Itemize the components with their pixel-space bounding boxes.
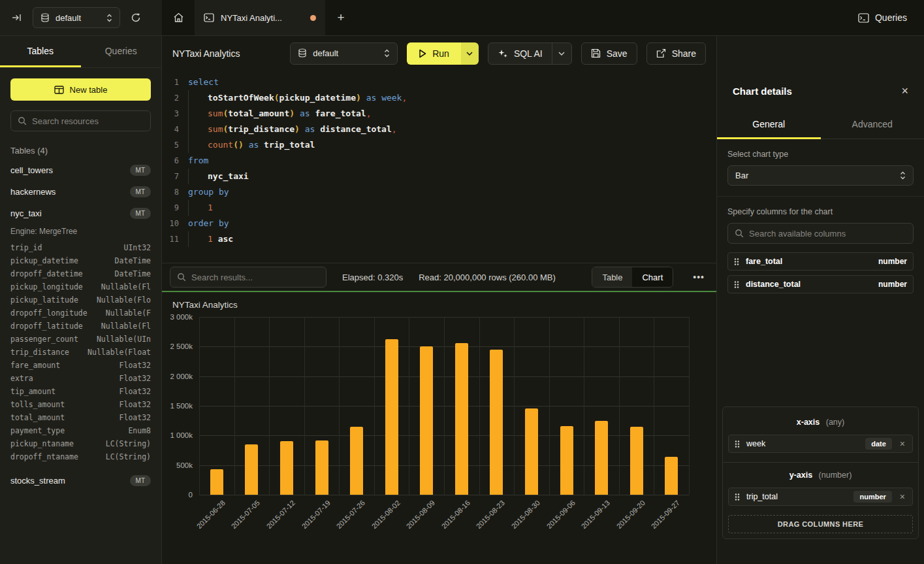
bar-2015-07-26[interactable] bbox=[350, 427, 363, 495]
save-button[interactable]: Save bbox=[581, 42, 637, 65]
column-type: Float32 bbox=[119, 374, 151, 383]
columns-search-input[interactable] bbox=[749, 229, 906, 239]
bar-2015-09-13[interactable] bbox=[595, 421, 608, 495]
available-column-fare_total[interactable]: fare_totalnumber bbox=[727, 252, 914, 271]
column-name: dropoff_datetime bbox=[10, 269, 83, 278]
gridline bbox=[584, 317, 584, 495]
bar-2015-08-02[interactable] bbox=[385, 339, 398, 495]
code-text: nyc_taxi bbox=[179, 169, 249, 184]
results-search bbox=[170, 267, 327, 288]
table-item-cell_towers[interactable]: cell_towersMT bbox=[10, 159, 151, 181]
share-icon bbox=[656, 48, 666, 58]
chart-title: NYTaxi Analytics bbox=[172, 300, 238, 310]
columns-list: trip_idUInt32pickup_datetimeDateTimedrop… bbox=[10, 241, 151, 463]
column-name: total_amount bbox=[10, 413, 65, 422]
column-name: pickup_ntaname bbox=[10, 439, 74, 448]
bar-2015-08-30[interactable] bbox=[525, 408, 538, 495]
sql-ai-dropdown-button[interactable] bbox=[552, 43, 571, 64]
drag-handle-icon[interactable] bbox=[735, 440, 740, 448]
column-row: pickup_datetimeDateTime bbox=[10, 254, 151, 267]
engine-badge: MT bbox=[130, 186, 151, 197]
remove-x-axis-column-icon[interactable]: × bbox=[899, 439, 906, 448]
bar-2015-07-05[interactable] bbox=[245, 444, 258, 495]
bar-2015-09-27[interactable] bbox=[665, 457, 678, 495]
y-axis-header: y-axis (number) bbox=[728, 465, 913, 488]
view-toggle-chart[interactable]: Chart bbox=[632, 267, 673, 287]
sidebar-tab-queries[interactable]: Queries bbox=[81, 36, 162, 67]
column-row: pickup_ntanameLC(String) bbox=[10, 437, 151, 450]
new-table-button[interactable]: New table bbox=[10, 78, 151, 101]
bar-2015-06-28[interactable] bbox=[210, 469, 223, 495]
refresh-button[interactable] bbox=[128, 10, 144, 25]
available-column-distance_total[interactable]: distance_totalnumber bbox=[727, 275, 914, 293]
column-name: dropoff_latitude bbox=[10, 322, 83, 331]
column-row: dropoff_ntanameLC(String) bbox=[10, 450, 151, 463]
bar-2015-08-16[interactable] bbox=[455, 343, 468, 495]
column-name: pickup_latitude bbox=[10, 295, 78, 305]
y-axis-column-chip[interactable]: trip_total number × bbox=[728, 488, 913, 506]
column-row: total_amountFloat32 bbox=[10, 411, 151, 424]
table-item-hackernews[interactable]: hackernewsMT bbox=[10, 181, 151, 203]
run-dropdown-button[interactable] bbox=[461, 42, 479, 65]
chart-details-panel: Chart details × General Advanced Select … bbox=[716, 36, 924, 564]
table-item-nyc_taxi[interactable]: nyc_taxiMT bbox=[10, 203, 151, 224]
sql-editor[interactable]: 1select2toStartOfWeek(pickup_datetime) a… bbox=[162, 71, 716, 263]
column-type: LC(String) bbox=[106, 452, 151, 461]
run-button[interactable]: Run bbox=[407, 42, 461, 65]
column-type: Float32 bbox=[119, 361, 151, 370]
refresh-icon bbox=[131, 12, 141, 23]
line-number: 1 bbox=[162, 75, 179, 90]
bar-2015-08-09[interactable] bbox=[420, 346, 433, 495]
drag-handle-icon[interactable] bbox=[734, 280, 739, 289]
sql-ai-button[interactable]: SQL AI bbox=[488, 43, 552, 64]
drag-handle-icon[interactable] bbox=[735, 493, 740, 501]
drag-handle-icon[interactable] bbox=[734, 257, 739, 266]
close-icon[interactable]: × bbox=[901, 85, 908, 97]
bar-2015-07-19[interactable] bbox=[315, 440, 328, 495]
column-type: Float32 bbox=[119, 387, 151, 396]
line-number: 2 bbox=[162, 90, 179, 106]
share-label: Share bbox=[672, 48, 696, 59]
sidebar-tab-tables[interactable]: Tables bbox=[0, 36, 81, 67]
new-tab-button[interactable]: + bbox=[325, 0, 357, 35]
drag-columns-dropzone[interactable]: DRAG COLUMNS HERE bbox=[728, 515, 913, 533]
app-window: default NYTaxi Analyti. bbox=[0, 0, 924, 564]
column-type: Nullable(F bbox=[106, 308, 151, 318]
collapse-sidebar-button[interactable] bbox=[9, 10, 25, 25]
queries-button[interactable]: Queries bbox=[858, 12, 907, 23]
bar-2015-09-06[interactable] bbox=[560, 426, 573, 495]
bar-2015-09-20[interactable] bbox=[630, 427, 643, 495]
column-row: dropoff_datetimeDateTime bbox=[10, 267, 151, 280]
line-number: 10 bbox=[162, 216, 179, 231]
engine-badge: MT bbox=[130, 475, 151, 486]
results-search-input[interactable] bbox=[191, 273, 319, 282]
share-button[interactable]: Share bbox=[646, 42, 706, 65]
chart-type-selector[interactable]: Bar bbox=[727, 165, 914, 186]
line-number: 7 bbox=[162, 169, 179, 184]
unsaved-changes-dot bbox=[310, 15, 316, 21]
chevron-down-icon bbox=[466, 52, 473, 56]
code-line: 10order by bbox=[162, 216, 716, 231]
code-text: from bbox=[179, 153, 208, 169]
tab-nytaxi-analytics[interactable]: NYTaxi Analyti... bbox=[195, 0, 325, 35]
database-selector[interactable]: default bbox=[33, 7, 120, 28]
code-text: sum(total_amount) as fare_total, bbox=[179, 106, 371, 122]
tab-advanced[interactable]: Advanced bbox=[821, 112, 924, 139]
view-toggle-table[interactable]: Table bbox=[592, 267, 632, 287]
x-axis-column-chip[interactable]: week date × bbox=[728, 435, 913, 453]
code-line: 91 bbox=[162, 200, 716, 216]
y-axis-column-name: trip_total bbox=[746, 492, 847, 501]
remove-y-axis-column-icon[interactable]: × bbox=[899, 492, 906, 501]
line-number: 5 bbox=[162, 137, 179, 153]
search-icon bbox=[18, 116, 27, 125]
resource-search-input[interactable] bbox=[32, 116, 144, 126]
save-label: Save bbox=[607, 48, 628, 59]
home-tab-button[interactable] bbox=[162, 0, 195, 35]
results-more-button[interactable]: ••• bbox=[689, 269, 709, 285]
tab-general[interactable]: General bbox=[717, 112, 821, 139]
bar-2015-08-23[interactable] bbox=[490, 350, 503, 495]
column-row: tolls_amountFloat32 bbox=[10, 398, 151, 411]
bar-2015-07-12[interactable] bbox=[280, 441, 293, 495]
table-item-stocks_stream[interactable]: stocks_streamMT bbox=[10, 470, 151, 491]
query-database-selector[interactable]: default bbox=[290, 42, 398, 65]
